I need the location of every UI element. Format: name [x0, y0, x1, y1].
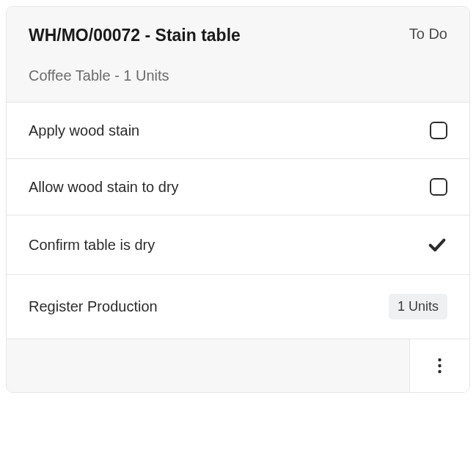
step-row[interactable]: Confirm table is dry — [7, 215, 469, 275]
checkbox-unchecked-icon[interactable] — [430, 178, 447, 196]
svg-point-2 — [438, 370, 441, 373]
step-row[interactable]: Apply wood stain — [7, 103, 469, 159]
checkbox-unchecked-icon[interactable] — [430, 122, 447, 139]
svg-point-1 — [438, 364, 441, 367]
product-subtitle: Coffee Table - 1 Units — [29, 67, 447, 84]
status-label: To Do — [409, 26, 447, 43]
work-order-title: WH/MO/00072 - Stain table — [29, 26, 241, 45]
more-actions-button[interactable] — [409, 339, 469, 392]
register-production-row[interactable]: Register Production 1 Units — [7, 275, 469, 339]
kebab-icon — [438, 358, 442, 374]
header-top-row: WH/MO/00072 - Stain table To Do — [29, 26, 447, 45]
quantity-badge: 1 Units — [389, 294, 447, 320]
step-row[interactable]: Allow wood stain to dry — [7, 159, 469, 215]
work-order-card: WH/MO/00072 - Stain table To Do Coffee T… — [6, 6, 470, 393]
check-icon[interactable] — [427, 235, 447, 255]
step-label: Allow wood stain to dry — [29, 179, 179, 196]
card-header: WH/MO/00072 - Stain table To Do Coffee T… — [7, 7, 469, 103]
step-label: Confirm table is dry — [29, 237, 155, 254]
svg-point-0 — [438, 358, 441, 361]
step-label: Apply wood stain — [29, 122, 139, 139]
card-footer — [7, 339, 469, 392]
register-label: Register Production — [29, 298, 158, 315]
